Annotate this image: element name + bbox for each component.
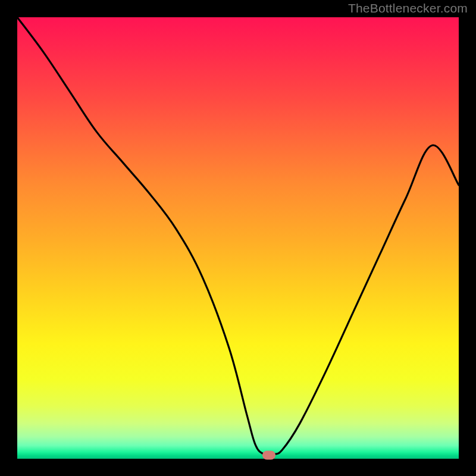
chart-frame: TheBottlenecker.com xyxy=(0,0,476,476)
min-marker xyxy=(262,451,275,460)
plot-area xyxy=(17,17,459,459)
bottleneck-curve xyxy=(17,17,459,459)
attribution-text: TheBottlenecker.com xyxy=(348,1,468,15)
